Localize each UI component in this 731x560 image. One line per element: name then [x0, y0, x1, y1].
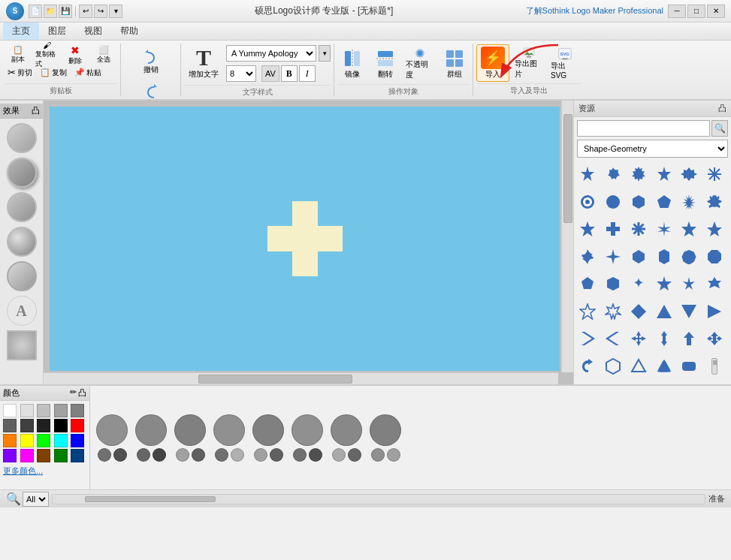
export-svg-btn[interactable]: SVG 导出SVG	[548, 44, 581, 82]
color-cell[interactable]	[54, 419, 68, 432]
color-preset-small[interactable]	[387, 448, 400, 462]
shape-pentagon6[interactable]	[603, 356, 624, 377]
shape-arrowthree[interactable]	[654, 328, 675, 349]
shape-diamondstar[interactable]	[654, 273, 675, 294]
shape-pentagon[interactable]	[654, 191, 675, 212]
color-cell[interactable]	[71, 449, 84, 462]
import-btn[interactable]: ⚡ 导入	[476, 44, 509, 82]
copy-btn2[interactable]: 📋复制	[37, 65, 70, 80]
shape-staroutline5[interactable]	[577, 301, 598, 322]
undo-btn[interactable]: 撤销	[137, 44, 165, 78]
flip-btn[interactable]: 翻转	[370, 45, 400, 83]
v-scrollbar[interactable]	[561, 101, 573, 372]
shape-starsharp[interactable]	[654, 218, 675, 239]
color-cell[interactable]	[71, 419, 84, 432]
color-preset-small[interactable]	[176, 448, 189, 462]
color-preset-big[interactable]	[331, 414, 362, 446]
effect-bevel[interactable]	[7, 261, 37, 291]
menu-help[interactable]: 帮助	[111, 23, 147, 40]
shape-star8badge[interactable]	[628, 164, 649, 185]
shape-starsm2[interactable]	[678, 273, 699, 294]
color-cell[interactable]	[54, 434, 68, 447]
search-btn[interactable]: 🔍	[711, 120, 728, 137]
copy-btn[interactable]: 📋 副本	[5, 46, 32, 64]
copy-format-btn[interactable]: 🖌 复制格式	[33, 46, 60, 64]
all-selector[interactable]: 🔍 All	[6, 492, 49, 507]
shape-octagon[interactable]	[704, 246, 725, 267]
color-cell[interactable]	[71, 404, 84, 417]
color-cell[interactable]	[3, 419, 17, 432]
maximize-btn[interactable]: □	[687, 5, 705, 18]
font-family-select[interactable]: A Yummy Apology	[226, 45, 316, 62]
cut-btn[interactable]: ✂剪切	[5, 65, 35, 80]
color-preset-small[interactable]	[309, 448, 322, 462]
minimize-btn[interactable]: ─	[668, 5, 686, 18]
shape-heptagon[interactable]	[678, 246, 699, 267]
title-save-btn[interactable]: 💾	[59, 5, 72, 18]
opacity-btn[interactable]: 不透明度	[403, 45, 436, 83]
color-edit-icon[interactable]: ✏	[70, 387, 77, 399]
color-cell[interactable]	[20, 449, 34, 462]
color-preset-small[interactable]	[98, 448, 111, 462]
title-undo-btn[interactable]: ↩	[79, 5, 92, 18]
effect-text[interactable]: A	[7, 296, 37, 326]
effect-extra[interactable]	[7, 330, 37, 360]
title-new-btn[interactable]: 📄	[29, 5, 42, 18]
color-preset-small[interactable]	[192, 448, 205, 462]
shape-star6[interactable]	[678, 218, 699, 239]
shape-hex-badge[interactable]	[628, 191, 649, 212]
menu-home[interactable]: 主页	[3, 23, 39, 40]
shape-chevright[interactable]	[577, 328, 598, 349]
add-text-btn[interactable]: T 增加文字	[184, 45, 223, 81]
shape-staroutline6[interactable]	[603, 301, 624, 322]
export-img-btn[interactable]: 导出图片	[512, 44, 545, 82]
bottom-scrollbar[interactable]	[52, 494, 705, 504]
color-preset-small[interactable]	[348, 448, 361, 462]
menu-layers[interactable]: 图层	[39, 23, 75, 40]
shape-arrowtwo[interactable]	[678, 328, 699, 349]
shape-hexstar[interactable]	[704, 273, 725, 294]
close-btn[interactable]: ✕	[707, 5, 725, 18]
color-preset-big[interactable]	[213, 414, 245, 446]
group-btn[interactable]: 群组	[440, 45, 470, 83]
color-cell[interactable]	[3, 449, 17, 462]
shape-star8round[interactable]	[603, 164, 624, 185]
shape-star6spiky[interactable]	[654, 164, 675, 185]
color-preset-small[interactable]	[231, 448, 244, 462]
menu-view[interactable]: 视图	[75, 23, 111, 40]
shape-starburst[interactable]	[678, 191, 699, 212]
shape-circle-badge[interactable]	[577, 191, 598, 212]
shape-cross[interactable]	[603, 218, 624, 239]
title-redo-btn[interactable]: ↪	[94, 5, 107, 18]
shape-arrowsplit[interactable]	[704, 328, 725, 349]
shape-arrowcurve[interactable]	[577, 356, 598, 377]
more-colors-btn[interactable]: 更多颜色...	[3, 465, 86, 477]
color-cell[interactable]	[3, 434, 17, 447]
color-preset-big[interactable]	[370, 414, 401, 446]
h-scrollbar[interactable]	[44, 372, 558, 384]
color-cell[interactable]	[20, 434, 34, 447]
italic-btn[interactable]: I	[299, 65, 316, 82]
color-preset-small[interactable]	[113, 448, 127, 462]
bold-btn[interactable]: B	[281, 65, 298, 82]
color-preset-big[interactable]	[291, 414, 323, 446]
color-preset-small[interactable]	[293, 448, 307, 462]
shape-triangleup[interactable]	[678, 301, 699, 322]
shape-triangle2[interactable]	[628, 356, 649, 377]
color-cell[interactable]	[20, 419, 34, 432]
effect-shadow[interactable]	[7, 158, 37, 188]
color-preset-big[interactable]	[135, 414, 167, 446]
canvas-area[interactable]	[44, 101, 573, 384]
shape-hexagon[interactable]	[628, 246, 649, 267]
color-preset-big[interactable]	[174, 414, 206, 446]
shape-circle[interactable]	[603, 191, 624, 212]
color-cell[interactable]	[3, 404, 17, 417]
color-preset-small[interactable]	[153, 448, 166, 462]
color-preset-big[interactable]	[252, 414, 284, 446]
title-open-btn[interactable]: 📁	[44, 5, 57, 18]
color-cell[interactable]	[54, 404, 68, 417]
color-cell[interactable]	[37, 404, 50, 417]
color-preset-small[interactable]	[215, 448, 228, 462]
shape-starsm[interactable]	[628, 273, 649, 294]
color-preset-small[interactable]	[371, 448, 385, 462]
